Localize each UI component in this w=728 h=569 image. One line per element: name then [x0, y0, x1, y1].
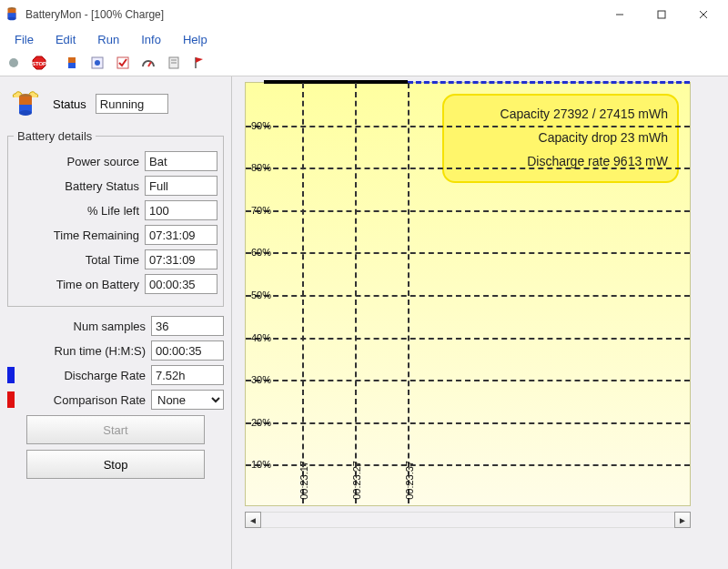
svg-point-3 — [8, 17, 16, 21]
options-icon[interactable] — [111, 51, 135, 75]
maximize-button[interactable] — [641, 1, 682, 28]
svg-text:STOP: STOP — [32, 61, 46, 66]
chart-gridline-h — [246, 168, 690, 169]
stop-icon[interactable]: STOP — [27, 51, 51, 75]
life-left-value: 100 — [145, 200, 217, 220]
svg-rect-12 — [68, 63, 76, 68]
chart-plot: Capacity 27392 / 27415 mWh Capacity drop… — [245, 82, 691, 506]
num-samples-value: 36 — [151, 316, 224, 336]
svg-rect-5 — [658, 11, 665, 18]
record-icon[interactable] — [2, 51, 25, 75]
flag-icon[interactable] — [187, 51, 211, 75]
chart-x-tick-label: 00:23:37 — [404, 461, 415, 500]
chart-y-tick-label: 90% — [251, 120, 271, 131]
info-drop: Capacity drop 23 mWh — [453, 127, 668, 150]
info-rate: Discharge rate 9613 mW — [453, 150, 668, 174]
chart-x-tick-label: 00:23:27 — [351, 461, 362, 500]
stop-button[interactable]: Stop — [26, 450, 205, 479]
info-capacity: Capacity 27392 / 27415 mWh — [453, 103, 668, 127]
chart-y-tick-label: 10% — [251, 459, 271, 470]
num-samples-label: Num samples — [7, 320, 151, 333]
chart-gridline-h — [246, 252, 690, 254]
chart-x-tick-label: 00:23:17 — [298, 461, 309, 500]
discharge-rate-label: Discharge Rate — [15, 369, 151, 382]
minimize-button[interactable] — [599, 1, 641, 28]
chart-projected-trace — [408, 81, 690, 84]
chart-gridline-v — [302, 83, 304, 503]
comparison-rate-select[interactable]: None — [151, 390, 224, 410]
menu-edit[interactable]: Edit — [46, 31, 85, 48]
battery-large-icon — [7, 87, 44, 120]
svg-point-24 — [19, 110, 32, 116]
chart-gridline-h — [246, 126, 690, 127]
menubar: File Edit Run Info Help — [0, 29, 728, 49]
chart-y-tick-label: 30% — [251, 374, 271, 385]
comparison-marker — [7, 391, 15, 408]
toolbar: STOP — [0, 49, 728, 76]
chart-gridline-v — [408, 83, 410, 503]
svg-line-16 — [148, 62, 151, 66]
window-title: BatteryMon - [100% Charge] — [25, 8, 164, 21]
titlebar: BatteryMon - [100% Charge] — [0, 0, 728, 29]
menu-run[interactable]: Run — [88, 31, 128, 48]
comparison-rate-label: Comparison Rate — [15, 393, 151, 407]
run-time-value: 00:00:35 — [151, 340, 224, 361]
scroll-track[interactable] — [261, 512, 674, 528]
time-remaining-value: 07:31:09 — [145, 225, 217, 245]
discharge-marker — [7, 367, 15, 383]
menu-info[interactable]: Info — [132, 31, 170, 48]
log-icon[interactable] — [162, 51, 186, 75]
scroll-right-icon[interactable]: ► — [674, 512, 691, 528]
chart-gridline-h — [246, 464, 690, 466]
start-button[interactable]: Start — [26, 415, 205, 444]
battery-details-legend: Battery details — [14, 129, 96, 143]
chart-h-scroll[interactable]: ◄ ► — [245, 512, 691, 528]
status-value: Running — [96, 94, 168, 114]
time-on-battery-label: Time on Battery — [14, 278, 145, 291]
chart-y-tick-label: 20% — [251, 417, 271, 428]
chart-measured-trace — [264, 80, 408, 84]
battery-info-icon[interactable] — [60, 51, 84, 75]
battery-status-label: Battery Status — [14, 179, 145, 193]
system-info-icon[interactable] — [86, 51, 109, 75]
battery-details-group: Battery details Power source Bat Battery… — [7, 129, 224, 307]
gauge-icon[interactable] — [136, 51, 160, 75]
chart-gridline-h — [246, 380, 690, 381]
power-source-label: Power source — [14, 155, 145, 168]
chart-gridline-v — [355, 83, 357, 503]
svg-point-8 — [9, 58, 18, 67]
app-icon — [4, 6, 20, 23]
chart-gridline-h — [246, 422, 690, 424]
discharge-rate-value: 7.52h — [151, 365, 224, 385]
status-label: Status — [49, 97, 90, 111]
chart-gridline-h — [246, 338, 690, 340]
chart-gridline-h — [246, 295, 690, 297]
chart-gridline-h — [246, 210, 690, 212]
chart-y-tick-label: 60% — [251, 247, 271, 258]
left-panel: Status Running Battery details Power sou… — [0, 76, 232, 569]
scroll-left-icon[interactable]: ◄ — [245, 512, 261, 528]
menu-help[interactable]: Help — [174, 31, 217, 48]
close-button[interactable] — [682, 1, 724, 28]
life-left-label: % Life left — [14, 204, 145, 218]
time-remaining-label: Time Remaining — [14, 229, 145, 242]
run-time-label: Run time (H:M:S) — [7, 344, 151, 358]
menu-file[interactable]: File — [5, 31, 43, 48]
stop-button-label: Stop — [104, 458, 128, 472]
chart-panel: Capacity 27392 / 27415 mWh Capacity drop… — [232, 76, 728, 569]
power-source-value: Bat — [145, 151, 217, 171]
time-on-battery-value: 00:00:35 — [145, 274, 217, 294]
total-time-label: Total Time — [14, 253, 145, 267]
start-button-label: Start — [103, 423, 127, 437]
chart-y-tick-label: 50% — [251, 290, 271, 300]
chart-y-tick-label: 70% — [251, 205, 271, 216]
chart-y-tick-label: 40% — [251, 332, 271, 343]
chart-y-tick-label: 80% — [251, 162, 271, 173]
battery-status-value: Full — [145, 176, 217, 196]
svg-point-14 — [95, 60, 100, 66]
total-time-value: 07:31:09 — [145, 249, 217, 269]
